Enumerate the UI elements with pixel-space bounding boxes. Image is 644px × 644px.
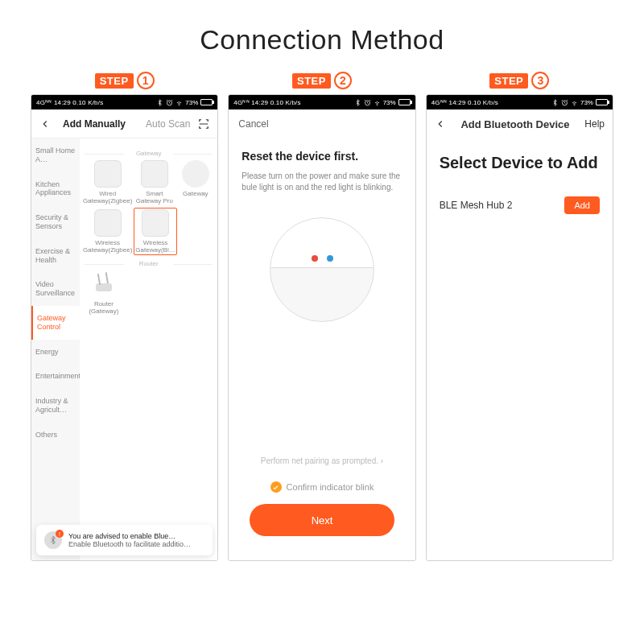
scan-icon[interactable] [198, 118, 209, 130]
status-bar: 4Gᴺᴺ 14:29 0.10 K/b/s 73% [31, 95, 217, 109]
step-badge-2: STEP 2 [292, 72, 352, 89]
status-right: 73% [551, 99, 608, 106]
status-bar: 4Gᴺᴺ 14:29 0.10 K/b/s 73% [229, 95, 415, 109]
device-label: Smart Gateway Pro [135, 190, 173, 204]
device-router-gateway[interactable]: Router (Gateway) [83, 270, 125, 315]
device-wireless-gateway-ble[interactable]: Wireless Gateway(Bl… [135, 209, 175, 254]
tab-auto-scan[interactable]: Auto Scan [146, 118, 190, 130]
step-number: 3 [531, 72, 549, 89]
back-button[interactable] [39, 118, 52, 130]
alert-badge: ! [56, 530, 64, 538]
sidebar-item-gateway-control[interactable]: Gateway Control [31, 306, 80, 340]
device-illustration [242, 209, 402, 444]
header-bar: Cancel [229, 109, 415, 138]
device-row: BLE Mesh Hub 2 Add [440, 196, 600, 214]
bluetooth-icon [551, 99, 559, 106]
status-left: 4Gᴺᴺ 14:29 0.10 K/b/s [431, 99, 498, 106]
sidebar-item[interactable]: Exercise & Health [31, 239, 80, 273]
help-link[interactable]: Help [584, 118, 605, 130]
page-title: Connection Method [0, 0, 644, 72]
svg-point-5 [574, 105, 575, 105]
status-left: 4Gᴺᴺ 14:29 0.10 K/b/s [233, 99, 300, 106]
status-left: 4Gᴺᴺ 14:29 0.10 K/b/s [36, 99, 103, 106]
status-right: 73% [354, 99, 411, 106]
screen1-header: Add Manually Auto Scan [31, 109, 217, 138]
sidebar-item[interactable]: Kitchen Appliances [31, 172, 80, 206]
step-label: STEP [95, 73, 134, 89]
device-gateway[interactable]: Gateway [176, 160, 214, 204]
phone-screen-2: 4Gᴺᴺ 14:29 0.10 K/b/s 73% Cancel Reset t… [228, 94, 415, 561]
screen2-body: Reset the device first. Please turn on t… [229, 138, 415, 560]
wifi-icon [175, 99, 183, 106]
device-label: Wireless Gateway(Bl… [135, 239, 175, 254]
step-2: STEP 2 4Gᴺᴺ 14:29 0.10 K/b/s 73% Cancel … [228, 72, 415, 561]
toast-title: You are advised to enable Blue… [68, 532, 191, 540]
screen3-header: Add Bluetooth Device Help [427, 109, 613, 138]
reset-description: Please turn on the power and make sure t… [242, 171, 402, 193]
device-label: Router (Gateway) [83, 300, 125, 315]
sidebar-item[interactable]: Industry & Agricult… [31, 389, 80, 423]
select-heading: Select Device to Add [440, 153, 600, 172]
alarm-icon [166, 99, 173, 106]
add-button[interactable]: Add [564, 196, 600, 214]
step-number: 2 [334, 72, 352, 89]
step-label: STEP [489, 73, 528, 89]
cancel-button[interactable]: Cancel [238, 118, 268, 130]
device-wireless-gateway-zigbee[interactable]: Wireless Gateway(Zigbee) [83, 209, 132, 254]
battery-pct: 73% [185, 99, 198, 106]
sidebar-item[interactable]: Video Surveillance [31, 272, 80, 306]
svg-point-1 [179, 105, 180, 105]
screen3-title: Add Bluetooth Device [460, 118, 569, 130]
status-bar: 4Gᴺᴺ 14:29 0.10 K/b/s 73% [427, 95, 613, 109]
wifi-icon [374, 99, 381, 106]
step-1: STEP 1 4Gᴺᴺ 14:29 0.10 K/b/s 73% Add Man… [31, 72, 218, 561]
check-icon [270, 481, 282, 493]
battery-icon [200, 99, 213, 105]
category-sidebar: Small Home A… Kitchen Appliances Securit… [31, 138, 80, 560]
step-label: STEP [292, 73, 331, 89]
blue-indicator [327, 255, 333, 262]
sidebar-item[interactable]: Small Home A… [31, 138, 80, 172]
battery-pct: 73% [383, 99, 396, 106]
section-gateway: Gateway [83, 150, 214, 157]
battery-pct: 73% [580, 99, 593, 106]
device-name: BLE Mesh Hub 2 [440, 200, 513, 211]
sidebar-item[interactable]: Others [31, 423, 80, 448]
step-badge-3: STEP 3 [489, 72, 549, 89]
phone-screen-3: 4Gᴺᴺ 14:29 0.10 K/b/s 73% Add Bluetooth … [426, 94, 613, 561]
sidebar-item[interactable]: Energy [31, 340, 80, 365]
sidebar-item[interactable]: Security & Sensors [31, 205, 80, 239]
wifi-icon [571, 99, 578, 106]
device-grid: Gateway Wired Gateway(Zigbee) Smart Gate… [80, 138, 217, 560]
reset-heading: Reset the device first. [242, 150, 402, 163]
sidebar-item[interactable]: Entertainment [31, 364, 80, 389]
screen1-body: Small Home A… Kitchen Appliances Securit… [31, 138, 217, 560]
alarm-icon [561, 99, 568, 106]
alarm-icon [364, 99, 371, 106]
device-label: Wireless Gateway(Zigbee) [83, 239, 132, 254]
device-label: Gateway [183, 190, 208, 197]
battery-icon [596, 99, 608, 105]
phone-screen-1: 4Gᴺᴺ 14:29 0.10 K/b/s 73% Add Manually A… [31, 94, 218, 561]
device-wired-gateway[interactable]: Wired Gateway(Zigbee) [83, 160, 132, 204]
section-router: Router [83, 260, 214, 267]
confirm-indicator[interactable]: Confirm indicator blink [242, 481, 402, 493]
step-badge-1: STEP 1 [95, 72, 155, 89]
back-button[interactable] [435, 118, 446, 130]
pairing-prompt[interactable]: Perform net pairing as prompted. › [242, 456, 402, 465]
status-right: 73% [156, 99, 213, 106]
bluetooth-icon [354, 99, 361, 106]
step-number: 1 [137, 72, 155, 89]
device-smart-gateway-pro[interactable]: Smart Gateway Pro [135, 160, 173, 204]
step-3: STEP 3 4Gᴺᴺ 14:29 0.10 K/b/s 73% Add Blu… [426, 72, 613, 561]
tab-add-manually[interactable]: Add Manually [52, 118, 136, 130]
bluetooth-icon [156, 99, 163, 106]
toast-sub: Enable Bluetooth to facilitate additio… [68, 540, 191, 548]
bluetooth-toast[interactable]: ! You are advised to enable Blue… Enable… [36, 525, 213, 555]
next-button[interactable]: Next [250, 504, 394, 536]
device-label: Wired Gateway(Zigbee) [83, 190, 132, 204]
bluetooth-icon: ! [44, 531, 62, 549]
red-indicator [312, 255, 318, 262]
confirm-label: Confirm indicator blink [287, 482, 374, 492]
steps-row: STEP 1 4Gᴺᴺ 14:29 0.10 K/b/s 73% Add Man… [0, 72, 644, 585]
